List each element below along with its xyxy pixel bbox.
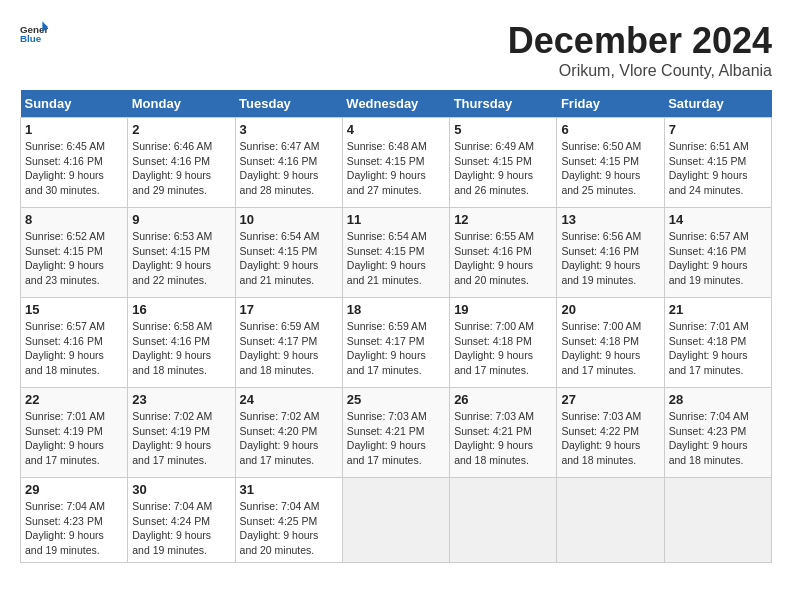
day-info: Sunrise: 6:48 AM Sunset: 4:15 PM Dayligh…	[347, 139, 445, 198]
location: Orikum, Vlore County, Albania	[508, 62, 772, 80]
month-title: December 2024	[508, 20, 772, 62]
calendar-week-3: 15 Sunrise: 6:57 AM Sunset: 4:16 PM Dayl…	[21, 298, 772, 388]
weekday-header-sunday: Sunday	[21, 90, 128, 118]
day-number: 27	[561, 392, 659, 407]
calendar-cell: 28 Sunrise: 7:04 AM Sunset: 4:23 PM Dayl…	[664, 388, 771, 478]
day-number: 3	[240, 122, 338, 137]
calendar-cell: 19 Sunrise: 7:00 AM Sunset: 4:18 PM Dayl…	[450, 298, 557, 388]
calendar-cell: 26 Sunrise: 7:03 AM Sunset: 4:21 PM Dayl…	[450, 388, 557, 478]
day-info: Sunrise: 6:54 AM Sunset: 4:15 PM Dayligh…	[347, 229, 445, 288]
calendar-cell	[450, 478, 557, 563]
day-info: Sunrise: 7:04 AM Sunset: 4:25 PM Dayligh…	[240, 499, 338, 558]
day-info: Sunrise: 7:04 AM Sunset: 4:23 PM Dayligh…	[669, 409, 767, 468]
day-number: 19	[454, 302, 552, 317]
day-info: Sunrise: 7:03 AM Sunset: 4:22 PM Dayligh…	[561, 409, 659, 468]
day-number: 15	[25, 302, 123, 317]
calendar-cell: 29 Sunrise: 7:04 AM Sunset: 4:23 PM Dayl…	[21, 478, 128, 563]
day-number: 20	[561, 302, 659, 317]
day-info: Sunrise: 6:54 AM Sunset: 4:15 PM Dayligh…	[240, 229, 338, 288]
calendar-cell: 15 Sunrise: 6:57 AM Sunset: 4:16 PM Dayl…	[21, 298, 128, 388]
day-number: 21	[669, 302, 767, 317]
day-number: 6	[561, 122, 659, 137]
calendar-cell: 27 Sunrise: 7:03 AM Sunset: 4:22 PM Dayl…	[557, 388, 664, 478]
calendar-cell: 4 Sunrise: 6:48 AM Sunset: 4:15 PM Dayli…	[342, 118, 449, 208]
calendar-cell: 10 Sunrise: 6:54 AM Sunset: 4:15 PM Dayl…	[235, 208, 342, 298]
weekday-header-monday: Monday	[128, 90, 235, 118]
day-info: Sunrise: 7:00 AM Sunset: 4:18 PM Dayligh…	[561, 319, 659, 378]
day-number: 7	[669, 122, 767, 137]
day-info: Sunrise: 7:01 AM Sunset: 4:19 PM Dayligh…	[25, 409, 123, 468]
day-info: Sunrise: 6:57 AM Sunset: 4:16 PM Dayligh…	[669, 229, 767, 288]
calendar-cell: 25 Sunrise: 7:03 AM Sunset: 4:21 PM Dayl…	[342, 388, 449, 478]
day-info: Sunrise: 6:45 AM Sunset: 4:16 PM Dayligh…	[25, 139, 123, 198]
day-number: 2	[132, 122, 230, 137]
day-info: Sunrise: 7:02 AM Sunset: 4:19 PM Dayligh…	[132, 409, 230, 468]
weekday-header-wednesday: Wednesday	[342, 90, 449, 118]
weekday-header-row: SundayMondayTuesdayWednesdayThursdayFrid…	[21, 90, 772, 118]
day-info: Sunrise: 6:49 AM Sunset: 4:15 PM Dayligh…	[454, 139, 552, 198]
day-info: Sunrise: 7:03 AM Sunset: 4:21 PM Dayligh…	[454, 409, 552, 468]
day-info: Sunrise: 6:47 AM Sunset: 4:16 PM Dayligh…	[240, 139, 338, 198]
calendar-cell: 3 Sunrise: 6:47 AM Sunset: 4:16 PM Dayli…	[235, 118, 342, 208]
calendar-week-2: 8 Sunrise: 6:52 AM Sunset: 4:15 PM Dayli…	[21, 208, 772, 298]
day-info: Sunrise: 7:00 AM Sunset: 4:18 PM Dayligh…	[454, 319, 552, 378]
calendar-cell: 30 Sunrise: 7:04 AM Sunset: 4:24 PM Dayl…	[128, 478, 235, 563]
day-info: Sunrise: 7:01 AM Sunset: 4:18 PM Dayligh…	[669, 319, 767, 378]
svg-text:Blue: Blue	[20, 33, 42, 44]
day-number: 23	[132, 392, 230, 407]
calendar-cell: 16 Sunrise: 6:58 AM Sunset: 4:16 PM Dayl…	[128, 298, 235, 388]
day-number: 17	[240, 302, 338, 317]
calendar-cell: 24 Sunrise: 7:02 AM Sunset: 4:20 PM Dayl…	[235, 388, 342, 478]
logo-icon: General Blue	[20, 20, 48, 48]
calendar-cell	[664, 478, 771, 563]
calendar-cell: 31 Sunrise: 7:04 AM Sunset: 4:25 PM Dayl…	[235, 478, 342, 563]
day-number: 26	[454, 392, 552, 407]
calendar-cell	[557, 478, 664, 563]
day-number: 10	[240, 212, 338, 227]
day-info: Sunrise: 7:04 AM Sunset: 4:24 PM Dayligh…	[132, 499, 230, 558]
day-info: Sunrise: 7:04 AM Sunset: 4:23 PM Dayligh…	[25, 499, 123, 558]
calendar-cell: 22 Sunrise: 7:01 AM Sunset: 4:19 PM Dayl…	[21, 388, 128, 478]
day-number: 12	[454, 212, 552, 227]
calendar-week-5: 29 Sunrise: 7:04 AM Sunset: 4:23 PM Dayl…	[21, 478, 772, 563]
calendar-cell: 12 Sunrise: 6:55 AM Sunset: 4:16 PM Dayl…	[450, 208, 557, 298]
day-number: 5	[454, 122, 552, 137]
day-info: Sunrise: 6:51 AM Sunset: 4:15 PM Dayligh…	[669, 139, 767, 198]
calendar-cell: 21 Sunrise: 7:01 AM Sunset: 4:18 PM Dayl…	[664, 298, 771, 388]
day-info: Sunrise: 6:56 AM Sunset: 4:16 PM Dayligh…	[561, 229, 659, 288]
calendar-week-4: 22 Sunrise: 7:01 AM Sunset: 4:19 PM Dayl…	[21, 388, 772, 478]
calendar-cell: 14 Sunrise: 6:57 AM Sunset: 4:16 PM Dayl…	[664, 208, 771, 298]
calendar-cell: 1 Sunrise: 6:45 AM Sunset: 4:16 PM Dayli…	[21, 118, 128, 208]
day-info: Sunrise: 6:57 AM Sunset: 4:16 PM Dayligh…	[25, 319, 123, 378]
day-number: 16	[132, 302, 230, 317]
calendar-cell: 20 Sunrise: 7:00 AM Sunset: 4:18 PM Dayl…	[557, 298, 664, 388]
day-info: Sunrise: 7:03 AM Sunset: 4:21 PM Dayligh…	[347, 409, 445, 468]
calendar-cell: 23 Sunrise: 7:02 AM Sunset: 4:19 PM Dayl…	[128, 388, 235, 478]
day-info: Sunrise: 6:55 AM Sunset: 4:16 PM Dayligh…	[454, 229, 552, 288]
day-info: Sunrise: 6:53 AM Sunset: 4:15 PM Dayligh…	[132, 229, 230, 288]
day-number: 30	[132, 482, 230, 497]
calendar-cell: 8 Sunrise: 6:52 AM Sunset: 4:15 PM Dayli…	[21, 208, 128, 298]
day-info: Sunrise: 6:59 AM Sunset: 4:17 PM Dayligh…	[240, 319, 338, 378]
day-number: 1	[25, 122, 123, 137]
day-number: 29	[25, 482, 123, 497]
day-number: 11	[347, 212, 445, 227]
day-number: 28	[669, 392, 767, 407]
calendar-cell: 5 Sunrise: 6:49 AM Sunset: 4:15 PM Dayli…	[450, 118, 557, 208]
day-number: 24	[240, 392, 338, 407]
day-number: 13	[561, 212, 659, 227]
day-number: 14	[669, 212, 767, 227]
day-info: Sunrise: 6:46 AM Sunset: 4:16 PM Dayligh…	[132, 139, 230, 198]
day-info: Sunrise: 7:02 AM Sunset: 4:20 PM Dayligh…	[240, 409, 338, 468]
calendar-cell: 11 Sunrise: 6:54 AM Sunset: 4:15 PM Dayl…	[342, 208, 449, 298]
weekday-header-thursday: Thursday	[450, 90, 557, 118]
calendar-table: SundayMondayTuesdayWednesdayThursdayFrid…	[20, 90, 772, 563]
day-number: 22	[25, 392, 123, 407]
calendar-cell	[342, 478, 449, 563]
day-info: Sunrise: 6:50 AM Sunset: 4:15 PM Dayligh…	[561, 139, 659, 198]
calendar-cell: 9 Sunrise: 6:53 AM Sunset: 4:15 PM Dayli…	[128, 208, 235, 298]
day-info: Sunrise: 6:52 AM Sunset: 4:15 PM Dayligh…	[25, 229, 123, 288]
day-number: 31	[240, 482, 338, 497]
day-number: 8	[25, 212, 123, 227]
day-info: Sunrise: 6:59 AM Sunset: 4:17 PM Dayligh…	[347, 319, 445, 378]
